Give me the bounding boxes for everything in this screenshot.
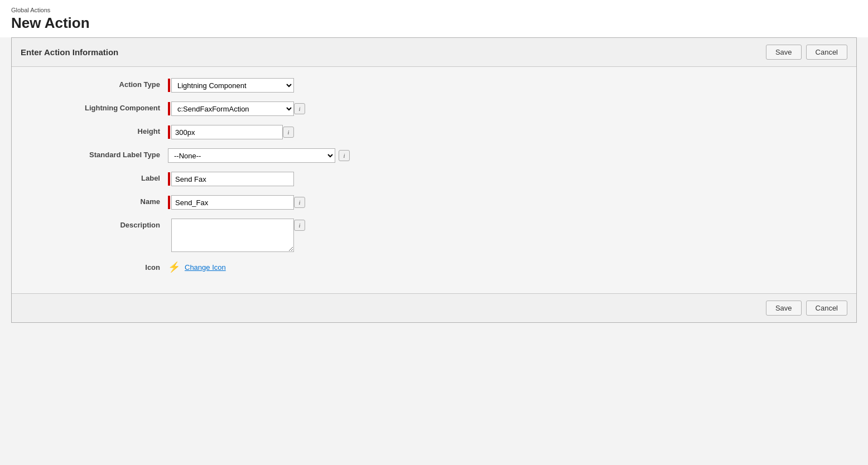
page-header: Global Actions New Action xyxy=(0,0,868,37)
lightning-component-select[interactable]: c:SendFaxFormAction xyxy=(171,101,294,116)
main-container: Enter Action Information Save Cancel Act… xyxy=(11,37,857,323)
description-row: Description i xyxy=(12,219,856,252)
name-label: Name xyxy=(23,195,168,206)
description-field: i xyxy=(168,219,305,252)
standard-label-type-label: Standard Label Type xyxy=(23,148,168,159)
description-required-indicator xyxy=(168,219,170,252)
label-required-indicator xyxy=(168,172,170,186)
lightning-component-info-button[interactable]: i xyxy=(294,103,305,114)
action-type-select[interactable]: Lightning Component Create a Record Log … xyxy=(171,78,294,93)
name-info-button[interactable]: i xyxy=(294,197,305,208)
save-button-bottom[interactable]: Save xyxy=(766,301,802,316)
lightning-component-field: c:SendFaxFormAction i xyxy=(168,101,305,116)
change-icon-link[interactable]: Change Icon xyxy=(185,263,226,272)
lightning-bolt-icon: ⚡ xyxy=(168,261,180,273)
height-input[interactable] xyxy=(171,125,283,139)
form-section-title: Enter Action Information xyxy=(21,47,118,57)
form-footer: Save Cancel xyxy=(12,293,856,322)
lightning-component-label: Lightning Component xyxy=(23,101,168,112)
label-input[interactable] xyxy=(171,172,294,186)
height-label: Height xyxy=(23,125,168,135)
action-type-row: Action Type Lightning Component Create a… xyxy=(12,78,856,93)
height-row: Height i xyxy=(12,125,856,139)
standard-label-type-select[interactable]: --None-- Log a Call New Event New Task S… xyxy=(168,148,335,163)
icon-row: Icon ⚡ Change Icon xyxy=(12,261,856,273)
label-row: Label xyxy=(12,172,856,186)
description-label: Description xyxy=(23,219,168,229)
cancel-button-top[interactable]: Cancel xyxy=(806,45,847,60)
breadcrumb: Global Actions xyxy=(11,7,857,13)
action-type-field: Lightning Component Create a Record Log … xyxy=(168,78,294,93)
name-input[interactable] xyxy=(171,195,294,210)
name-required-indicator xyxy=(168,196,170,209)
icon-label: Icon xyxy=(23,261,168,272)
save-button-top[interactable]: Save xyxy=(766,45,802,60)
name-field: i xyxy=(168,195,305,210)
label-label: Label xyxy=(23,172,168,182)
standard-label-type-info-button[interactable]: i xyxy=(339,150,350,161)
lightning-component-row: Lightning Component c:SendFaxFormAction … xyxy=(12,101,856,116)
label-field xyxy=(168,172,294,186)
standard-label-type-row: Standard Label Type --None-- Log a Call … xyxy=(12,148,856,163)
description-info-button[interactable]: i xyxy=(294,220,305,231)
action-type-label: Action Type xyxy=(23,78,168,89)
height-info-button[interactable]: i xyxy=(283,127,294,138)
action-type-required-indicator xyxy=(168,79,170,92)
form-header: Enter Action Information Save Cancel xyxy=(12,38,856,67)
height-field: i xyxy=(168,125,294,139)
height-required-indicator xyxy=(168,125,170,139)
form-header-actions: Save Cancel xyxy=(766,45,847,60)
icon-field: ⚡ Change Icon xyxy=(168,261,226,273)
name-row: Name i xyxy=(12,195,856,210)
lightning-component-required-indicator xyxy=(168,102,170,115)
standard-label-type-field: --None-- Log a Call New Event New Task S… xyxy=(168,148,350,163)
description-textarea[interactable] xyxy=(171,219,294,252)
form-body: Action Type Lightning Component Create a… xyxy=(12,67,856,293)
cancel-button-bottom[interactable]: Cancel xyxy=(806,301,847,316)
page-title: New Action xyxy=(11,14,857,32)
